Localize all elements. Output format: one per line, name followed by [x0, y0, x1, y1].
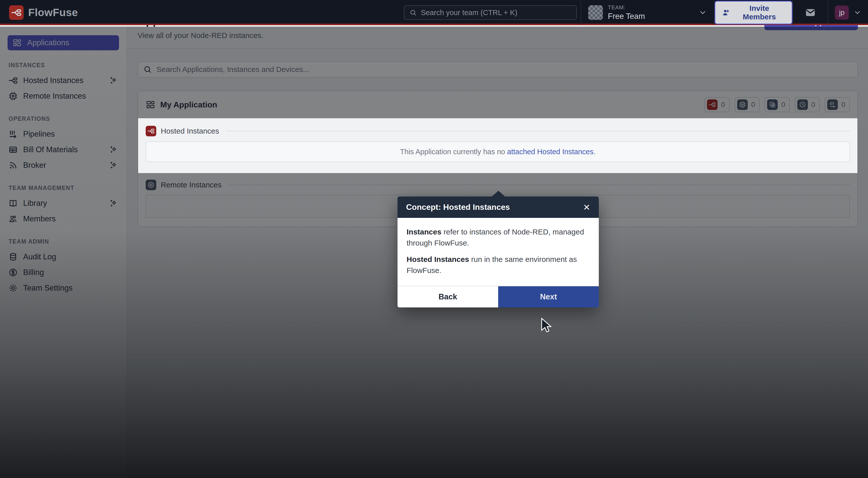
application-name-row[interactable]: My Application [146, 100, 217, 109]
brand[interactable]: FlowFuse [9, 0, 78, 25]
team-name: Free Team [608, 12, 693, 21]
divider [226, 131, 850, 131]
badge-snapshots[interactable]: 0 [795, 97, 820, 112]
sidebar-item-label: Broker [23, 161, 104, 170]
sidebar-item-label: Remote Instances [23, 92, 118, 101]
flowfuse-logo-icon [9, 5, 24, 20]
page-subtitle: View all of your Node-RED instances. [137, 31, 264, 40]
badge-count: 0 [841, 101, 845, 109]
tour-dialog: Concept: Hosted Instances ✕ Instances re… [398, 196, 599, 308]
sidebar-item-library[interactable]: Library [0, 195, 127, 211]
dialog-title: Concept: Hosted Instances [406, 202, 510, 212]
sidebar-item-team-settings[interactable]: Team Settings [0, 280, 127, 296]
sidebar-item-audit-log[interactable]: Audit Log [0, 249, 127, 265]
audit-log-icon [8, 252, 18, 261]
sidebar-item-hosted-instances[interactable]: Hosted Instances [0, 73, 127, 88]
team-search[interactable] [404, 5, 577, 20]
pipelines-icon [827, 99, 838, 110]
library-icon [8, 199, 18, 208]
sidebar-item-label: Billing [23, 268, 118, 277]
sparkle-icon [110, 76, 118, 85]
sidebar-item-label: Applications [27, 38, 69, 47]
next-button[interactable]: Next [498, 286, 599, 308]
badge-count: 0 [811, 101, 815, 109]
sidebar-item-label: Hosted Instances [23, 76, 104, 85]
remote-instances-icon [8, 92, 18, 101]
sidebar-item-applications[interactable]: Applications [7, 35, 119, 50]
sidebar-item-remote-instances[interactable]: Remote Instances [0, 88, 127, 104]
sparkle-icon [110, 161, 118, 169]
sparkle-icon [110, 199, 118, 208]
dialog-paragraph: Hosted Instances run in the same environ… [407, 254, 590, 276]
user-menu[interactable]: jp [828, 0, 868, 25]
application-name: My Application [160, 100, 217, 109]
attached-hosted-instances-link[interactable]: attached Hosted Instances [507, 148, 593, 156]
hosted-instances-icon [146, 126, 156, 136]
applications-icon [12, 38, 22, 47]
section-label-operations: OPERATIONS [8, 116, 118, 122]
user-plus-icon [722, 8, 730, 17]
remote-instances-group-icon [767, 99, 778, 110]
sparkle-icon [110, 146, 118, 154]
search-icon [143, 65, 152, 74]
sidebar-item-label: Bill Of Materials [23, 145, 104, 154]
application-search-input[interactable] [156, 65, 852, 74]
chevron-down-icon [699, 8, 707, 17]
remote-instances-label: Remote Instances [161, 181, 222, 189]
sidebar-item-label: Team Settings [23, 284, 118, 293]
members-icon [8, 214, 18, 223]
badge-count: 0 [751, 101, 755, 109]
billing-icon [8, 268, 18, 277]
sidebar-item-bill-of-materials[interactable]: Bill Of Materials [0, 142, 127, 158]
sidebar-item-label: Audit Log [23, 252, 118, 261]
section-label-team-admin: TEAM ADMIN [8, 238, 118, 245]
team-selector[interactable]: TEAM: Free Team [581, 0, 714, 25]
back-button[interactable]: Back [398, 286, 498, 308]
bill-of-materials-icon [8, 145, 18, 154]
chevron-down-icon [854, 8, 862, 17]
sidebar-item-label: Pipelines [23, 130, 118, 139]
sidebar-item-label: Members [23, 214, 118, 223]
clock-icon [797, 99, 808, 110]
invite-members-button[interactable]: Invite Members [715, 1, 793, 24]
application-icon [146, 100, 155, 109]
pipelines-icon [8, 130, 18, 139]
mouse-cursor [540, 318, 553, 333]
badge-hosted-instances[interactable]: 0 [705, 97, 730, 112]
badge-count: 0 [721, 101, 725, 109]
brand-name: FlowFuse [28, 6, 78, 19]
remote-instances-icon [737, 99, 748, 110]
sidebar-item-broker[interactable]: Broker [0, 158, 127, 173]
section-label-team-management: TEAM MANAGEMENT [8, 185, 118, 191]
top-navbar: FlowFuse TEAM: Free Team Invite Members [0, 0, 868, 25]
divider [229, 185, 850, 185]
sidebar-item-label: Library [23, 199, 104, 208]
broker-icon [8, 161, 18, 170]
hosted-instances-icon [8, 76, 18, 85]
application-search[interactable] [137, 61, 858, 77]
dialog-body: Instances refer to instances of Node-RED… [398, 218, 599, 286]
sidebar: Applications INSTANCES Hosted Instances … [0, 27, 127, 478]
badge-pipelines[interactable]: 0 [825, 97, 850, 112]
sidebar-item-members[interactable]: Members [0, 211, 127, 227]
sidebar-item-pipelines[interactable]: Pipelines [0, 126, 127, 142]
dialog-arrow-up [492, 191, 505, 197]
team-avatar [588, 5, 603, 20]
close-icon[interactable]: ✕ [583, 203, 590, 212]
hosted-instances-section: Hosted Instances This Application curren… [138, 118, 858, 173]
sidebar-item-billing[interactable]: Billing [0, 265, 127, 280]
hosted-instances-icon [707, 99, 717, 110]
team-search-input[interactable] [421, 8, 571, 17]
dialog-paragraph: Instances refer to instances of Node-RED… [407, 226, 590, 248]
badge-remote-instances-group[interactable]: 0 [765, 97, 790, 112]
remote-instances-icon [146, 180, 156, 190]
team-label: TEAM: [608, 4, 693, 11]
hosted-instances-empty-state: This Application currently has no attach… [146, 141, 850, 162]
notifications-button[interactable] [793, 0, 828, 25]
search-icon [409, 8, 417, 17]
gear-icon [8, 284, 18, 293]
badge-count: 0 [781, 101, 785, 109]
badge-remote-instances[interactable]: 0 [735, 97, 760, 112]
section-label-instances: INSTANCES [8, 62, 118, 69]
user-avatar: jp [835, 5, 849, 20]
